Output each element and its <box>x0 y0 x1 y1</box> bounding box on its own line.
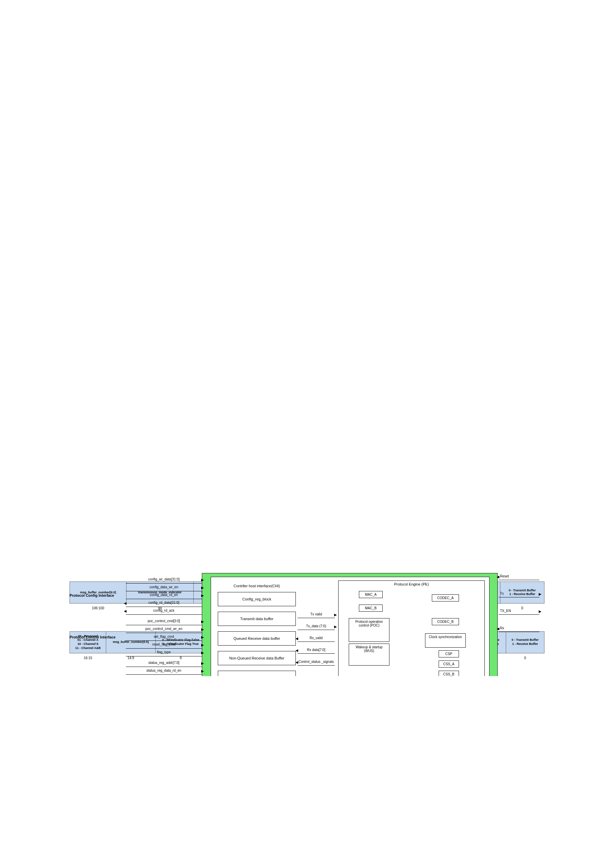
signal: config_data_wr_en <box>126 584 202 591</box>
clock-sync: Clock synchronization <box>425 633 466 648</box>
protocol-engine: Protocol Engine (PE) MAC_A MAC_B CODEC_A… <box>338 580 485 676</box>
pe-title: Protocol Engine (PE) <box>339 581 484 587</box>
signal: poc_control_cmd_wr_en <box>126 625 202 633</box>
mid-signal: Tx valid <box>297 611 335 618</box>
codec-b: CODEC_B <box>432 618 459 625</box>
chi-box: Transmit data buffer <box>218 612 296 626</box>
io-signal: Tx <box>499 590 539 597</box>
signal: flag_type <box>126 649 202 656</box>
interface-title: Protocol Config Interface <box>70 594 126 597</box>
chi-box: Queued Receive data buffer <box>218 631 296 646</box>
interface-groups: Protocol Config Interfaceconfig_wr_data[… <box>70 576 202 676</box>
css-b: CSS_B <box>438 671 459 676</box>
mac-b: MAC_B <box>359 604 382 612</box>
wus: Wakeup & startup (WUS) <box>349 643 389 666</box>
signal: status_reg_data[31:0] <box>126 675 202 676</box>
interface-title: Protocol Control Interface <box>70 635 126 639</box>
mid-signals: Tx validTx_data (7:0)Rx_validRx data[7:0… <box>297 611 335 670</box>
signal: set_flag_cmd <box>126 633 202 641</box>
io-signal: Reset <box>499 573 539 580</box>
table-cell: 0 <box>506 653 544 662</box>
signal: config_wr_data[31:0] <box>126 576 202 584</box>
io-signal: TX_EN <box>499 608 539 615</box>
poc: Protocol operation control (POC) <box>349 618 389 642</box>
mac-a: MAC_A <box>359 591 382 598</box>
chi-box: Non-Queued Receive data Buffer <box>218 651 296 665</box>
inner-module: Contrller host interface(CHI) Config_reg… <box>211 577 490 676</box>
signal: status_reg_addr[7:0] <box>126 659 202 667</box>
chi-column: Contrller host interface(CHI) Config_reg… <box>218 584 296 676</box>
signal: status_reg_data_rd_en <box>126 667 202 675</box>
signal: poc_control_cmd[3:0] <box>126 617 202 625</box>
signal: config_rd_ack <box>126 607 202 615</box>
top-module: Contrller host interface(CHI) Config_reg… <box>202 573 497 676</box>
chi-title: Contrller host interface(CHI) <box>218 584 296 588</box>
signal: config_rd_data[31:0] <box>126 599 202 607</box>
right-io: ResetTxTX_ENRx <box>499 573 539 642</box>
chi-box: Config_reg_block <box>218 592 296 606</box>
signal: reset_flag_cmd <box>126 641 202 649</box>
css-a: CSS_A <box>438 660 459 668</box>
io-signal: Rx <box>499 625 539 632</box>
block-diagram: Contrller host interface(CHI) Config_reg… <box>70 573 544 662</box>
codec-a: CODEC_A <box>432 594 459 601</box>
mid-signal: Tx_data (7:0) <box>297 623 335 630</box>
mid-signal: Rx data[7:0] <box>297 646 335 654</box>
signal: config_data_rd_en <box>126 591 202 599</box>
mid-signal: Rx_valid <box>297 635 335 642</box>
mid-signal: Control_status _signals <box>297 659 335 666</box>
csp: CSP <box>438 650 459 657</box>
chi-box: status_reg_block <box>218 671 296 676</box>
